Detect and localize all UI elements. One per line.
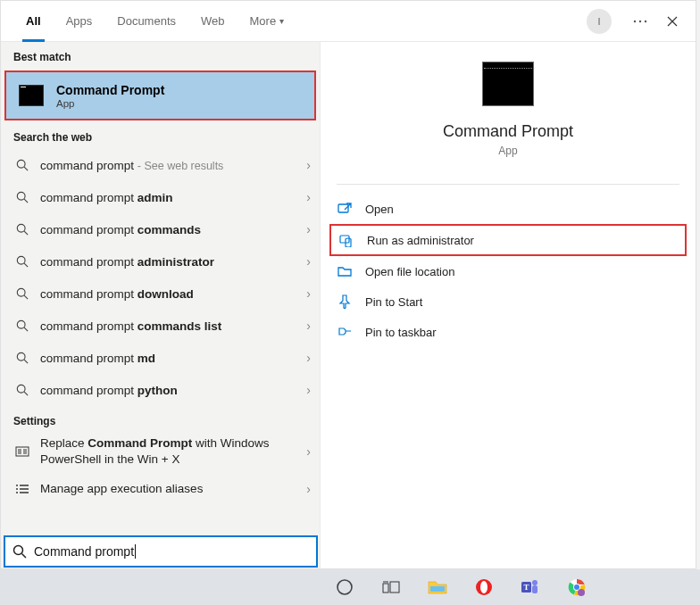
- svg-rect-21: [430, 586, 445, 592]
- chevron-right-icon: ›: [306, 444, 311, 459]
- open-icon: [333, 203, 356, 215]
- web-result-text: command prompt python: [40, 384, 306, 397]
- search-icon: [12, 544, 27, 559]
- opera-icon: [475, 578, 493, 596]
- pin-taskbar-icon: [333, 326, 356, 338]
- web-result-row[interactable]: command prompt commands›: [1, 213, 320, 245]
- action-open-file-location[interactable]: Open file location: [329, 256, 687, 286]
- more-options-button[interactable]: [626, 7, 654, 36]
- svg-point-14: [16, 492, 18, 493]
- web-result-text: command prompt commands: [40, 223, 306, 236]
- action-label: Pin to taskbar: [365, 326, 437, 339]
- taskbar-chrome[interactable]: [564, 575, 589, 600]
- preview-app-icon: [482, 62, 534, 106]
- tab-web[interactable]: Web: [188, 1, 238, 42]
- web-result-row[interactable]: command prompt admin›: [1, 181, 320, 213]
- section-best-match: Best match: [1, 42, 320, 69]
- svg-point-0: [634, 20, 636, 21]
- taskbar-task-view[interactable]: [379, 575, 404, 600]
- web-result-row[interactable]: command prompt python›: [1, 374, 320, 406]
- action-pin-to-taskbar[interactable]: Pin to taskbar: [329, 317, 687, 347]
- svg-rect-19: [383, 584, 388, 593]
- action-label: Open: [365, 203, 394, 216]
- svg-point-18: [338, 580, 352, 594]
- settings-item-text: Manage app execution aliases: [40, 481, 306, 497]
- chevron-right-icon: ›: [306, 158, 311, 172]
- chevron-right-icon: ›: [306, 482, 311, 496]
- search-icon: [13, 287, 31, 300]
- svg-point-9: [17, 352, 25, 361]
- search-icon: [13, 255, 31, 268]
- search-icon: [13, 384, 31, 396]
- tab-apps[interactable]: Apps: [54, 1, 105, 42]
- text-cursor: [135, 544, 136, 559]
- action-label: Pin to Start: [365, 295, 422, 309]
- content-row: Best match Command Prompt App Search the…: [1, 42, 696, 568]
- chevron-right-icon: ›: [306, 222, 311, 236]
- preview-title: Command Prompt: [443, 122, 573, 141]
- action-run-as-administrator[interactable]: Run as administrator: [329, 224, 687, 256]
- web-result-text: command prompt md: [40, 352, 306, 365]
- svg-point-5: [17, 224, 25, 232]
- teams-icon: T: [521, 578, 540, 596]
- web-result-text: command prompt download: [40, 287, 306, 301]
- chevron-right-icon: ›: [306, 286, 311, 301]
- tab-all-label: All: [26, 14, 41, 28]
- action-pin-to-start[interactable]: Pin to Start: [329, 286, 687, 317]
- taskbar-teams[interactable]: T: [518, 575, 543, 600]
- settings-row[interactable]: Replace Command Prompt with Windows Powe…: [1, 433, 320, 470]
- settings-list: Replace Command Prompt with Windows Powe…: [1, 433, 320, 508]
- action-open[interactable]: Open: [329, 194, 687, 224]
- web-result-text: command prompt admin: [40, 191, 306, 204]
- command-prompt-icon: [19, 85, 44, 106]
- search-icon: [13, 352, 31, 364]
- taskbar-file-explorer[interactable]: [425, 575, 450, 600]
- section-search-web: Search the web: [1, 122, 320, 149]
- svg-point-13: [16, 488, 18, 490]
- taskbar-opera[interactable]: [471, 575, 496, 600]
- chevron-right-icon: ›: [306, 254, 311, 269]
- tab-documents[interactable]: Documents: [104, 1, 188, 42]
- tabs-row: All Apps Documents Web More▾ I: [1, 1, 696, 42]
- chrome-icon: [568, 578, 586, 596]
- tab-all[interactable]: All: [13, 1, 54, 42]
- svg-point-10: [17, 385, 25, 393]
- web-result-row[interactable]: command prompt md›: [1, 342, 320, 374]
- tab-apps-label: Apps: [66, 14, 93, 28]
- web-result-text: command prompt - See web results: [40, 159, 306, 172]
- search-icon: [13, 319, 31, 332]
- best-match-item[interactable]: Command Prompt App: [4, 70, 316, 120]
- settings-row[interactable]: Manage app execution aliases›: [1, 470, 320, 508]
- close-button[interactable]: [658, 7, 687, 36]
- svg-point-7: [17, 288, 25, 296]
- svg-point-26: [532, 580, 538, 585]
- settings-item-icon: [13, 445, 31, 458]
- web-result-row[interactable]: command prompt - See web results›: [1, 149, 320, 181]
- svg-rect-20: [390, 582, 399, 593]
- taskbar-cortana[interactable]: [332, 575, 357, 600]
- section-settings: Settings: [1, 406, 320, 433]
- web-result-row[interactable]: command prompt administrator›: [1, 245, 320, 278]
- web-result-row[interactable]: command prompt download›: [1, 278, 320, 310]
- search-icon: [13, 191, 31, 203]
- web-result-row[interactable]: command prompt commands list›: [1, 310, 320, 342]
- svg-point-8: [17, 320, 25, 328]
- web-result-text: command prompt administrator: [40, 255, 306, 269]
- svg-point-17: [14, 546, 23, 555]
- svg-point-2: [645, 20, 646, 21]
- search-input[interactable]: Command prompt: [4, 535, 318, 568]
- folder-icon: [428, 579, 447, 595]
- settings-item-text: Replace Command Prompt with Windows Powe…: [40, 435, 306, 467]
- tab-more[interactable]: More▾: [238, 1, 297, 42]
- settings-item-icon: [13, 484, 31, 494]
- preview-area: Command Prompt App: [321, 62, 696, 175]
- avatar[interactable]: I: [587, 9, 612, 34]
- folder-icon: [333, 265, 356, 278]
- results-column: Best match Command Prompt App Search the…: [1, 42, 321, 568]
- close-icon: [667, 16, 678, 27]
- search-input-value: Command prompt: [34, 544, 134, 559]
- web-results-list: command prompt - See web results›command…: [1, 149, 320, 406]
- admin-icon: [335, 233, 358, 247]
- chevron-down-icon: ▾: [279, 16, 284, 26]
- search-icon: [13, 159, 31, 171]
